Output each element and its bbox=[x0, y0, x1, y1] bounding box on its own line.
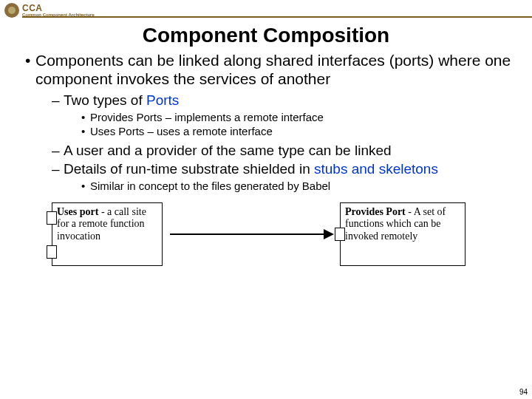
logo-title: CCA bbox=[22, 4, 95, 13]
arrow-head-icon bbox=[324, 229, 334, 239]
sub-stubs: Details of run-time substrate shielded i… bbox=[52, 160, 517, 194]
subsub-list-1: Provides Ports – implements a remote int… bbox=[81, 110, 517, 139]
provides-port-box: Provides Port - A set of functions which… bbox=[340, 202, 466, 266]
slide-header: CCA Common Component Architecture bbox=[0, 0, 532, 18]
subsub-uses: Uses Ports – uses a remote interface bbox=[81, 124, 517, 139]
arrow-line bbox=[170, 233, 325, 235]
sub-stubs-prefix: Details of run-time substrate shielded i… bbox=[64, 161, 314, 177]
stubs-link: stubs and skeletons bbox=[314, 161, 438, 177]
sub-ports-prefix: Two types of bbox=[64, 92, 146, 108]
cca-logo-icon bbox=[4, 3, 19, 18]
subsub-list-2: Similar in concept to the files generate… bbox=[81, 179, 517, 194]
ports-link: Ports bbox=[146, 92, 179, 108]
header-divider bbox=[22, 16, 532, 18]
sub-ports: Two types of Ports Provides Ports – impl… bbox=[52, 92, 517, 139]
subsub-babel: Similar in concept to the files generate… bbox=[81, 179, 517, 194]
bullet-main-text: Components can be linked along shared in… bbox=[35, 52, 511, 87]
port-diagram: Uses port - a call site for a remote fun… bbox=[44, 201, 510, 275]
uses-port-notch-top bbox=[47, 211, 57, 225]
page-number: 94 bbox=[519, 388, 528, 396]
logo-text-block: CCA Common Component Architecture bbox=[22, 4, 95, 17]
uses-port-notch-bottom bbox=[47, 245, 57, 259]
provides-port-title: Provides Port bbox=[345, 206, 406, 217]
bullet-list: Components can be linked along shared in… bbox=[25, 52, 517, 194]
sub-linked: A user and a provider of the same type c… bbox=[52, 142, 517, 159]
sub-list: Two types of Ports Provides Ports – impl… bbox=[52, 92, 517, 194]
uses-port-title: Uses port bbox=[57, 206, 98, 217]
page-title: Component Composition bbox=[0, 24, 532, 47]
subsub-provides: Provides Ports – implements a remote int… bbox=[81, 110, 517, 125]
uses-port-box: Uses port - a call site for a remote fun… bbox=[52, 202, 163, 266]
bullet-main: Components can be linked along shared in… bbox=[25, 52, 517, 194]
provides-port-notch bbox=[335, 228, 345, 241]
